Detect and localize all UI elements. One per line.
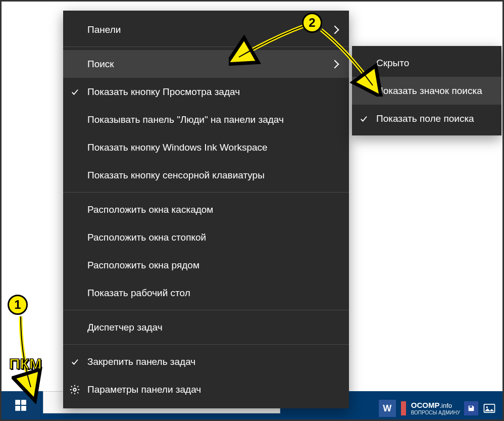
menu-label: Показывать панель "Люди" на панели задач [87, 114, 284, 125]
svg-rect-2 [15, 406, 20, 411]
menu-label: Скрыто [376, 58, 409, 69]
svg-point-7 [486, 406, 488, 408]
menu-separator [63, 192, 349, 193]
checkmark-icon [359, 114, 368, 123]
menu-label: Показать рабочий стол [87, 288, 190, 299]
menu-item-touch-keyboard[interactable]: Показать кнопку сенсорной клавиатуры [63, 161, 349, 189]
menu-label: Расположить окна стопкой [87, 232, 206, 243]
menu-item-task-manager[interactable]: Диспетчер задач [63, 313, 349, 341]
annotation-callout-1: 1 [8, 295, 28, 315]
checkmark-icon [70, 357, 79, 366]
menu-item-show-desktop[interactable]: Показать рабочий стол [63, 279, 349, 307]
menu-item-people[interactable]: Показывать панель "Люди" на панели задач [63, 106, 349, 133]
submenu-item-show-field[interactable]: Показать поле поиска [352, 105, 501, 132]
save-icon [464, 401, 478, 415]
svg-rect-3 [21, 406, 26, 411]
svg-rect-5 [470, 406, 472, 407]
submenu-item-hidden[interactable]: Скрыто [352, 49, 501, 77]
menu-label: Панели [87, 24, 121, 35]
red-accent-icon [400, 400, 407, 416]
image-icon [482, 401, 496, 415]
menu-item-search[interactable]: Поиск [63, 50, 349, 78]
menu-label: Показать значок поиска [376, 85, 482, 97]
menu-item-cascade[interactable]: Расположить окна каскадом [63, 196, 349, 223]
menu-label: Показать кнопку Просмотра задач [87, 86, 240, 98]
annotation-callout-2: 2 [302, 13, 322, 33]
taskbar-right-watermark: W OCOMP.info ВОПРОСЫ АДМИНУ [379, 400, 496, 417]
submenu-item-show-icon[interactable]: Показать значок поиска [352, 77, 501, 105]
menu-label: Показать кнопку Windows Ink Workspace [87, 142, 268, 153]
start-button[interactable] [2, 391, 40, 419]
menu-item-lock-taskbar[interactable]: Закрепить панель задач [63, 348, 349, 376]
search-submenu: Скрыто Показать значок поиска Показать п… [352, 46, 501, 135]
menu-separator [63, 344, 349, 345]
svg-rect-4 [401, 401, 406, 415]
menu-label: Расположить окна каскадом [87, 204, 213, 215]
menu-item-side-by-side[interactable]: Расположить окна рядом [63, 251, 349, 279]
menu-label: Параметры панели задач [87, 384, 201, 395]
menu-label: Диспетчер задач [87, 322, 163, 333]
menu-label: Поиск [87, 59, 114, 70]
gear-icon [69, 384, 80, 395]
menu-item-taskbar-settings[interactable]: Параметры панели задач [63, 376, 349, 403]
svg-rect-1 [21, 400, 26, 405]
svg-rect-0 [15, 400, 20, 405]
menu-label: Показать поле поиска [376, 113, 474, 124]
menu-item-task-view[interactable]: Показать кнопку Просмотра задач [63, 78, 349, 106]
watermark-tld: .info [439, 402, 452, 409]
annotation-pkm-label: ПКМ [9, 355, 42, 372]
menu-label: Показать кнопку сенсорной клавиатуры [87, 170, 265, 181]
menu-label: Закрепить панель задач [87, 356, 195, 367]
menu-separator [63, 46, 349, 47]
menu-label: Расположить окна рядом [87, 260, 199, 271]
watermark-brand: OCOMP [411, 401, 440, 409]
menu-item-ink[interactable]: Показать кнопку Windows Ink Workspace [63, 133, 349, 161]
menu-separator [63, 310, 349, 310]
watermark-subtitle: ВОПРОСЫ АДМИНУ [411, 410, 460, 415]
svg-point-8 [73, 388, 76, 391]
taskbar-context-menu: Панели Поиск Показать кнопку Просмотра з… [63, 11, 349, 408]
checkmark-icon [70, 87, 79, 97]
menu-item-stacked[interactable]: Расположить окна стопкой [63, 223, 349, 251]
word-icon: W [379, 400, 396, 417]
